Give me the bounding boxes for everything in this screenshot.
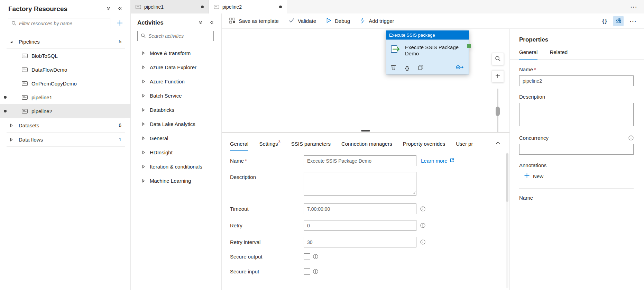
activity-category-label: Machine Learning bbox=[150, 178, 191, 184]
activity-description-input[interactable] bbox=[304, 172, 416, 196]
info-icon[interactable] bbox=[313, 269, 318, 274]
debug-button[interactable]: Debug bbox=[326, 18, 350, 24]
toolbar-overflow-button[interactable]: ⋯ bbox=[629, 17, 636, 25]
retry-interval-input[interactable] bbox=[304, 237, 416, 247]
config-tab[interactable]: Connection managers bbox=[341, 141, 392, 151]
panel-resize-handle[interactable] bbox=[361, 130, 370, 132]
tree-item-pipeline[interactable]: pipeline1 bbox=[0, 90, 130, 104]
clone-activity-button[interactable] bbox=[418, 65, 423, 71]
zoom-slider-thumb[interactable] bbox=[496, 107, 500, 116]
required-marker: * bbox=[534, 66, 536, 72]
tree-item-pipeline[interactable]: DataFlowDemo bbox=[0, 63, 130, 76]
properties-tab[interactable]: Related bbox=[550, 49, 568, 60]
info-icon[interactable] bbox=[313, 254, 318, 259]
activity-category[interactable]: Azure Function bbox=[131, 74, 221, 89]
collapsed-triangle-icon[interactable] bbox=[9, 138, 14, 142]
tree-item-label: OnPremCopyDemo bbox=[31, 81, 77, 87]
zoom-search-button[interactable] bbox=[492, 53, 504, 65]
info-icon[interactable] bbox=[420, 206, 425, 211]
validate-button[interactable]: Validate bbox=[289, 18, 316, 24]
annotation-name-column-label: Name bbox=[519, 195, 634, 201]
collapse-panel-button[interactable] bbox=[118, 6, 122, 12]
activity-category-label: HDInsight bbox=[150, 149, 173, 155]
properties-toggle-button[interactable] bbox=[613, 16, 624, 26]
activity-category[interactable]: Batch Service bbox=[131, 89, 221, 103]
activities-collapse-panel-button[interactable] bbox=[210, 20, 214, 26]
info-icon[interactable] bbox=[628, 135, 634, 141]
config-tab[interactable]: Property overrides bbox=[403, 141, 445, 151]
zoom-in-button[interactable] bbox=[492, 70, 504, 82]
delete-activity-button[interactable] bbox=[391, 64, 396, 71]
output-connector[interactable] bbox=[467, 44, 471, 48]
activity-code-button[interactable]: {} bbox=[405, 65, 409, 71]
activity-category[interactable]: General bbox=[131, 131, 221, 145]
tree-item-pipeline[interactable]: OnPremCopyDemo bbox=[0, 76, 130, 90]
tree-section[interactable]: Data flows 1 bbox=[0, 133, 130, 146]
pipeline-name-input[interactable] bbox=[519, 75, 634, 86]
config-tab[interactable]: SSIS parameters bbox=[291, 141, 331, 151]
zoom-slider[interactable] bbox=[497, 89, 498, 132]
activity-category[interactable]: Azure Data Explorer bbox=[131, 60, 221, 74]
activities-search-input[interactable] bbox=[148, 33, 210, 39]
tree-section[interactable]: Datasets 6 bbox=[0, 118, 130, 132]
resource-filter-input[interactable] bbox=[19, 21, 107, 26]
activity-category[interactable]: Databricks bbox=[131, 103, 221, 117]
add-arrow-icon bbox=[456, 65, 464, 71]
collapse-config-panel-button[interactable] bbox=[495, 141, 500, 151]
collapsed-triangle-icon[interactable] bbox=[9, 124, 14, 127]
activities-collapse-all-button[interactable] bbox=[199, 20, 203, 26]
info-icon[interactable] bbox=[420, 239, 425, 245]
add-annotation-button[interactable]: New bbox=[524, 173, 543, 180]
config-scrollbar-thumb[interactable] bbox=[506, 153, 508, 202]
unsaved-dot bbox=[279, 6, 282, 8]
config-scrollbar[interactable] bbox=[506, 153, 508, 288]
editor-tab[interactable]: pipeline1 bbox=[131, 0, 209, 13]
collapse-all-button[interactable] bbox=[106, 6, 111, 12]
config-tabs: General Settings3 SSIS parameters Connec… bbox=[230, 141, 473, 151]
retry-input[interactable] bbox=[304, 220, 416, 231]
activity-category[interactable]: Machine Learning bbox=[131, 174, 221, 188]
lightning-icon bbox=[360, 18, 365, 25]
code-view-button[interactable]: {} bbox=[602, 18, 607, 25]
editor-tab[interactable]: pipeline2 bbox=[209, 0, 287, 13]
concurrency-input[interactable] bbox=[519, 144, 634, 155]
properties-tab-label: General bbox=[519, 49, 537, 55]
secure-output-checkbox[interactable] bbox=[304, 253, 310, 260]
double-chevron-left-icon bbox=[118, 6, 122, 12]
pipeline-name-label: Name* bbox=[519, 66, 634, 72]
trash-icon bbox=[391, 64, 396, 71]
config-tab[interactable]: Settings3 bbox=[259, 141, 280, 151]
tree-section-pipelines[interactable]: Pipelines 5 bbox=[0, 35, 130, 48]
tree-item-pipeline[interactable]: BlobToSQL bbox=[0, 49, 130, 63]
copy-icon bbox=[418, 65, 423, 71]
node-type-tooltip: Execute SSIS package bbox=[386, 30, 469, 39]
activity-category-label: Azure Function bbox=[150, 79, 185, 84]
secure-input-checkbox[interactable] bbox=[304, 268, 310, 275]
expanded-triangle-icon[interactable] bbox=[9, 40, 14, 44]
config-tab[interactable]: User pr bbox=[456, 141, 473, 151]
sliders-icon bbox=[616, 18, 622, 25]
tab-overflow-button[interactable]: ⋯ bbox=[623, 3, 644, 11]
pipeline-description-input[interactable] bbox=[519, 103, 634, 126]
add-output-button[interactable] bbox=[456, 65, 464, 71]
timeout-input[interactable] bbox=[304, 203, 416, 214]
add-resource-button[interactable] bbox=[116, 19, 123, 28]
save-as-template-button[interactable]: Save as template bbox=[229, 18, 279, 25]
activity-name-input[interactable] bbox=[304, 155, 416, 166]
properties-tab[interactable]: General bbox=[519, 49, 537, 60]
tree-item-pipeline[interactable]: pipeline2 bbox=[0, 104, 130, 118]
activity-category[interactable]: HDInsight bbox=[131, 145, 221, 160]
add-trigger-button[interactable]: Add trigger bbox=[360, 18, 394, 25]
pipeline-icon bbox=[22, 54, 28, 58]
info-icon[interactable] bbox=[420, 223, 425, 228]
activity-category[interactable]: Data Lake Analytics bbox=[131, 117, 221, 131]
activity-category[interactable]: Move & transform bbox=[131, 46, 221, 60]
activity-category-label: Move & transform bbox=[150, 50, 191, 56]
factory-resources-panel: Factory Resources Pipelines bbox=[0, 0, 131, 290]
pipeline-canvas[interactable]: Execute SSIS package Execute SSIS Packag… bbox=[222, 29, 509, 132]
collapsed-triangle-icon bbox=[141, 94, 145, 98]
config-tab[interactable]: General bbox=[230, 141, 248, 151]
learn-more-link[interactable]: Learn more bbox=[421, 158, 454, 164]
activity-node-execute-ssis[interactable]: Execute SSIS package Execute SSIS Packag… bbox=[386, 30, 469, 74]
activity-category[interactable]: Iteration & conditionals bbox=[131, 160, 221, 174]
